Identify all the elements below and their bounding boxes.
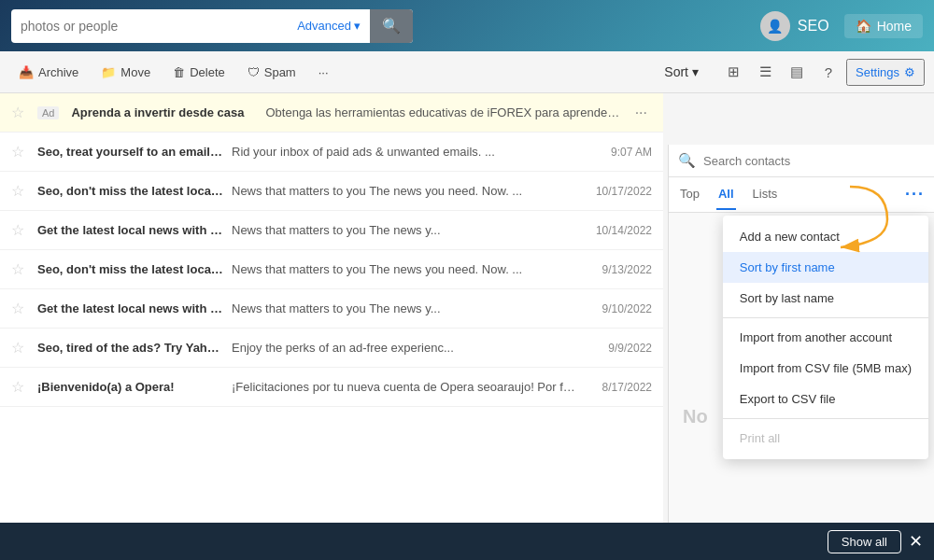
email-subject: Enjoy the perks of an ad-free experienc.… — [232, 341, 579, 355]
sort-by-last-name-item[interactable]: Sort by last name — [723, 283, 928, 314]
email-date: 9/10/2022 — [587, 302, 652, 315]
view-list-icon[interactable]: ☰ — [751, 58, 779, 86]
star-icon[interactable]: ☆ — [11, 221, 30, 239]
email-sender: ¡Bienvenido(a) a Opera! — [37, 380, 224, 394]
email-sender: Get the latest local news with the Yahoo… — [37, 301, 224, 315]
email-row[interactable]: ☆ ¡Bienvenido(a) a Opera! ¡Felicitacione… — [0, 368, 663, 407]
advanced-button[interactable]: Advanced ▾ — [288, 19, 370, 33]
main-area: ☆ Ad Aprenda a invertir desde casa Obten… — [0, 93, 934, 523]
email-sender: Seo, don't miss the latest local news — [37, 262, 224, 276]
email-row[interactable]: ☆ Seo, don't miss the latest local news … — [0, 172, 663, 211]
contacts-more-button[interactable]: ··· — [905, 185, 925, 204]
ad-label: Ad — [37, 106, 59, 119]
contacts-tabs: Top All Lists ··· — [669, 177, 934, 213]
home-button[interactable]: 🏠 Home — [844, 14, 923, 38]
star-icon[interactable]: ☆ — [11, 378, 30, 396]
email-sender: Aprenda a invertir desde casa — [71, 105, 258, 119]
archive-button[interactable]: 📥 Archive — [9, 61, 88, 84]
export-csv-item[interactable]: Export to CSV file — [723, 384, 928, 414]
email-subject: ¡Felicitaciones por tu nueva cuenta de O… — [232, 380, 579, 394]
close-icon: ✕ — [909, 532, 923, 551]
email-subject: Obtenga las herramientas educativas de i… — [265, 105, 622, 119]
email-subject: Rid your inbox of paid ads & unwanted em… — [232, 145, 579, 159]
search-button[interactable]: 🔍 — [370, 9, 413, 43]
settings-button[interactable]: Settings ⚙ — [846, 59, 925, 86]
tab-lists[interactable]: Lists — [751, 179, 780, 210]
import-csv-item[interactable]: Import from CSV file (5MB max) — [723, 353, 928, 384]
email-list: ☆ Ad Aprenda a invertir desde casa Obten… — [0, 93, 663, 560]
close-bar-button[interactable]: ✕ — [909, 531, 923, 552]
contacts-search-bar: 🔍 — [669, 145, 934, 177]
email-date: 10/14/2022 — [587, 224, 652, 237]
email-subject: News that matters to you The news you ne… — [232, 184, 579, 198]
spam-icon: 🛡 — [248, 65, 260, 79]
email-sender: Seo, tired of the ads? Try Yahoo Mail Pl… — [37, 341, 224, 355]
email-row[interactable]: ☆ Seo, treat yourself to an email upgrad… — [0, 133, 663, 172]
user-profile[interactable]: 👤 SEO — [760, 11, 829, 41]
email-date: 9/13/2022 — [587, 263, 652, 276]
view-icons: ⊞ ☰ ▤ ? — [719, 58, 842, 86]
menu-divider-2 — [723, 418, 928, 419]
email-row[interactable]: ☆ Seo, don't miss the latest local news … — [0, 250, 663, 289]
move-icon: 📁 — [101, 65, 116, 79]
email-row[interactable]: ☆ Get the latest local news with the Yah… — [0, 289, 663, 329]
sort-by-first-name-item[interactable]: Sort by first name — [723, 252, 928, 283]
home-icon: 🏠 — [856, 19, 871, 34]
contacts-search-input[interactable] — [703, 154, 925, 168]
email-sender: Seo, treat yourself to an email upgrade … — [37, 145, 224, 159]
email-more-button[interactable]: ··· — [630, 105, 652, 121]
header-right: 👤 SEO 🏠 Home — [760, 11, 923, 41]
search-bar: Advanced ▾ 🔍 — [11, 9, 413, 43]
dropdown-menu: Add a new contact Sort by first name Sor… — [723, 216, 928, 459]
star-icon[interactable]: ☆ — [11, 182, 30, 200]
delete-button[interactable]: 🗑 Delete — [163, 61, 234, 84]
gear-icon: ⚙ — [904, 65, 915, 79]
contacts-search-icon: 🔍 — [678, 152, 696, 169]
star-icon[interactable]: ☆ — [11, 104, 30, 121]
import-another-account-item[interactable]: Import from another account — [723, 322, 928, 353]
email-row[interactable]: ☆ Ad Aprenda a invertir desde casa Obten… — [0, 93, 663, 133]
show-all-button[interactable]: Show all — [828, 530, 901, 553]
star-icon[interactable]: ☆ — [11, 339, 30, 357]
delete-icon: 🗑 — [173, 65, 185, 79]
chevron-down-icon: ▾ — [692, 64, 699, 79]
star-icon[interactable]: ☆ — [11, 300, 30, 317]
tab-top[interactable]: Top — [678, 179, 701, 210]
help-icon[interactable]: ? — [814, 58, 842, 86]
email-subject: News that matters to you The news y... — [232, 301, 579, 315]
user-name: SEO — [798, 18, 829, 35]
email-date: 9/9/2022 — [587, 342, 652, 355]
chevron-down-icon: ▾ — [354, 19, 361, 33]
view-panel-icon[interactable]: ▤ — [783, 58, 811, 86]
email-row[interactable]: ☆ Get the latest local news with the Yah… — [0, 211, 663, 250]
header: Advanced ▾ 🔍 👤 SEO 🏠 Home — [0, 0, 934, 51]
star-icon[interactable]: ☆ — [11, 143, 30, 161]
email-subject: News that matters to you The news y... — [232, 223, 579, 237]
show-all-bar: Show all ✕ — [0, 523, 934, 560]
email-date: 10/17/2022 — [587, 185, 652, 198]
email-date: 8/17/2022 — [587, 381, 652, 394]
search-icon: 🔍 — [382, 17, 401, 35]
archive-icon: 📥 — [19, 65, 34, 79]
tab-all[interactable]: All — [716, 179, 736, 210]
menu-divider — [723, 317, 928, 318]
toolbar: 📥 Archive 📁 Move 🗑 Delete 🛡 Spam ··· Sor… — [0, 51, 934, 93]
email-sender: Get the latest local news with the Yahoo… — [37, 223, 224, 237]
move-button[interactable]: 📁 Move — [92, 61, 160, 84]
view-compact-icon[interactable]: ⊞ — [719, 58, 747, 86]
sort-button[interactable]: Sort ▾ — [655, 60, 708, 84]
add-contact-item[interactable]: Add a new contact — [723, 221, 928, 252]
email-date: 9:07 AM — [587, 146, 652, 159]
star-icon[interactable]: ☆ — [11, 260, 30, 278]
search-input[interactable] — [11, 19, 288, 34]
email-sender: Seo, don't miss the latest local news — [37, 184, 224, 198]
print-all-item: Print all — [723, 423, 928, 454]
avatar: 👤 — [760, 11, 790, 41]
spam-button[interactable]: 🛡 Spam — [238, 61, 305, 84]
email-row[interactable]: ☆ Seo, tired of the ads? Try Yahoo Mail … — [0, 329, 663, 368]
contacts-panel: 🔍 Top All Lists ··· Add a new contact So… — [668, 145, 934, 560]
more-button[interactable]: ··· — [309, 61, 338, 84]
email-subject: News that matters to you The news you ne… — [232, 262, 579, 276]
